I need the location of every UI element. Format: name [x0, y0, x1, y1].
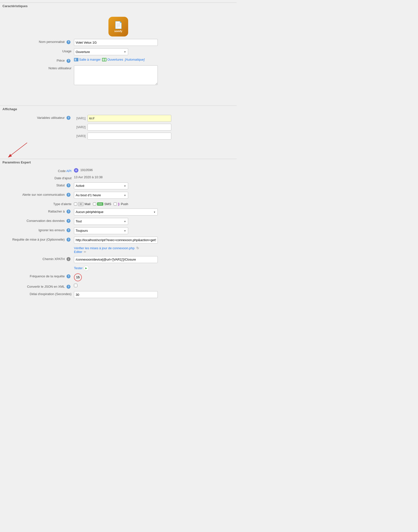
usage-select[interactable]: Ouverture Fermeture [74, 48, 128, 55]
var1-row: [VAR1] [74, 115, 232, 122]
logo-container: 📄 somfy [0, 12, 237, 39]
mail-checkbox[interactable] [74, 202, 77, 206]
var3-label: [VAR3] [74, 134, 87, 138]
conservation-select[interactable]: Tout 1 mois 6 mois [74, 218, 128, 225]
convertir-checkbox[interactable] [74, 284, 77, 287]
push-label: Push [121, 202, 128, 206]
var2-input[interactable] [87, 124, 171, 131]
code-api-label: Code API [5, 168, 74, 173]
conservation-help-icon[interactable]: ? [67, 219, 70, 223]
piece-control: Salle à manger Ouvertures [Automatique] [74, 58, 232, 61]
code-api-value: 1910596 [80, 167, 93, 172]
dining-icon [74, 58, 78, 61]
requete-label: Requête de mise à jour (Optionnelle) ? [5, 237, 74, 242]
nom-help-icon[interactable]: ? [67, 40, 70, 44]
svg-rect-6 [104, 58, 106, 61]
code-api-row: Code API ⚙ 1910596 [0, 168, 237, 173]
svg-line-8 [11, 143, 27, 155]
api-code-icon: ⚙ [74, 168, 78, 173]
piece-help-icon[interactable]: ? [67, 59, 70, 63]
nom-control [74, 39, 232, 46]
push-checkbox[interactable] [114, 202, 117, 206]
conservation-select-wrapper: Tout 1 mois 6 mois [74, 218, 128, 225]
sms-checkbox[interactable] [93, 202, 96, 206]
rattacher-label: Rattacher à ? [5, 209, 74, 214]
piece-label: Pièce ? [5, 58, 74, 63]
alerte-select-wrapper: Au bout d'1 heure Jamais Au bout de 30 m… [74, 192, 128, 199]
alerte-select[interactable]: Au bout d'1 heure Jamais Au bout de 30 m… [74, 192, 128, 199]
sms-label: SMS [104, 202, 111, 206]
rattacher-select-wrapper: Aucun périphérique [74, 209, 158, 215]
mail-icon: ✉ [78, 202, 84, 206]
ignorer-help-icon[interactable]: ? [67, 228, 70, 232]
somfy-logo: 📄 somfy [108, 17, 128, 36]
variables-row: Variables utilisateur ? [VAR1] [VAR2] [V… [0, 115, 237, 142]
logo-document-icon: 📄 [114, 21, 123, 29]
ouvertures-link[interactable]: Ouvertures [Automatique] [102, 58, 144, 61]
api-link[interactable]: API [66, 169, 71, 173]
affichage-title: Affichage [0, 106, 237, 112]
delai-control [74, 291, 232, 298]
type-alerte-row: Type d'alerte ✉ Mail SMS SMS ⟫ Push [0, 201, 237, 206]
requete-help-icon[interactable]: ? [67, 238, 70, 242]
chemin-xpath-input[interactable] [74, 256, 158, 263]
statut-label: Statut ? [5, 182, 74, 188]
alerte-row: Alerte sur non communication ? Au bout d… [0, 192, 237, 199]
refresh-icon[interactable]: ↻ [136, 246, 139, 250]
variables-label: Variables utilisateur ? [5, 115, 74, 120]
var1-input[interactable] [87, 115, 171, 122]
convertir-help-icon[interactable]: ? [67, 285, 70, 289]
delai-input[interactable] [74, 291, 158, 298]
edit-pencil-icon[interactable]: ✏ [84, 250, 86, 254]
chemin-xpath-row: Chemin XPATH i [0, 256, 237, 263]
nom-label: Nom personnalisé ? [5, 39, 74, 44]
parametres-expert-title: Paramètres Expert [0, 159, 237, 166]
nom-input[interactable] [74, 39, 158, 46]
editer-link[interactable]: Editer [74, 250, 83, 254]
alerte-help-icon[interactable]: ? [67, 193, 70, 197]
date-ajout-control: 13 Avr 2020 à 10:38 [74, 175, 232, 179]
play-icon[interactable]: ▶ [84, 266, 89, 271]
verifier-spacer [5, 246, 74, 247]
notes-textarea[interactable] [74, 65, 158, 85]
var3-input[interactable] [87, 133, 171, 140]
var3-row: [VAR3] [74, 133, 232, 140]
logo-text: somfy [114, 30, 122, 33]
statut-help-icon[interactable]: ? [67, 183, 70, 187]
ignorer-select-wrapper: Toujours Jamais [74, 227, 128, 234]
rattacher-help-icon[interactable]: ? [67, 210, 70, 213]
svg-rect-5 [103, 58, 104, 61]
convertir-label: Convertir le JSON en XML ? [5, 284, 74, 289]
push-icon: ⟫ [118, 202, 120, 206]
requete-input[interactable] [74, 237, 158, 244]
rattacher-control: Aucun périphérique [74, 209, 232, 215]
var2-label: [VAR2] [74, 125, 87, 129]
frequence-control: 15 [74, 273, 232, 281]
tester-spacer [5, 266, 74, 266]
frequence-help-icon[interactable]: ? [67, 274, 70, 278]
ignorer-row: Ignorer les erreurs ? Toujours Jamais [0, 227, 237, 234]
salle-manger-link[interactable]: Salle à manger [74, 58, 101, 61]
type-alerte-control: ✉ Mail SMS SMS ⟫ Push [74, 201, 232, 206]
tester-link[interactable]: Tester [74, 266, 84, 270]
statut-select[interactable]: Activé Désactivé [74, 182, 128, 189]
conservation-row: Conservation des données ? Tout 1 mois 6… [0, 218, 237, 225]
verifier-row: Vérifier les mises à jour de connexoon.p… [0, 246, 237, 254]
sms-checkbox-item: SMS SMS [93, 202, 111, 206]
svg-rect-0 [74, 58, 78, 61]
mail-label: Mail [85, 202, 90, 206]
date-ajout-row: Date d'ajout 13 Avr 2020 à 10:38 [0, 175, 237, 180]
parametres-expert-section: Paramètres Expert Code API ⚙ 1910596 Dat… [0, 149, 237, 306]
push-checkbox-item: ⟫ Push [114, 202, 128, 206]
statut-select-wrapper: Activé Désactivé [74, 182, 128, 189]
frequence-row: Fréquence de la requête ? 15 [0, 273, 237, 281]
variables-control: [VAR1] [VAR2] [VAR3] [74, 115, 232, 142]
ignorer-select[interactable]: Toujours Jamais [74, 227, 128, 234]
conservation-control: Tout 1 mois 6 mois [74, 218, 232, 225]
rattacher-select[interactable]: Aucun périphérique [74, 209, 158, 215]
variables-help-icon[interactable]: ? [67, 116, 70, 120]
caracteristiques-title: Caractéristiques [0, 2, 237, 9]
verifier-link[interactable]: Vérifier les mises à jour de connexoon.p… [74, 246, 135, 250]
red-arrow-svg [7, 142, 37, 159]
xpath-info-icon[interactable]: i [67, 257, 70, 261]
